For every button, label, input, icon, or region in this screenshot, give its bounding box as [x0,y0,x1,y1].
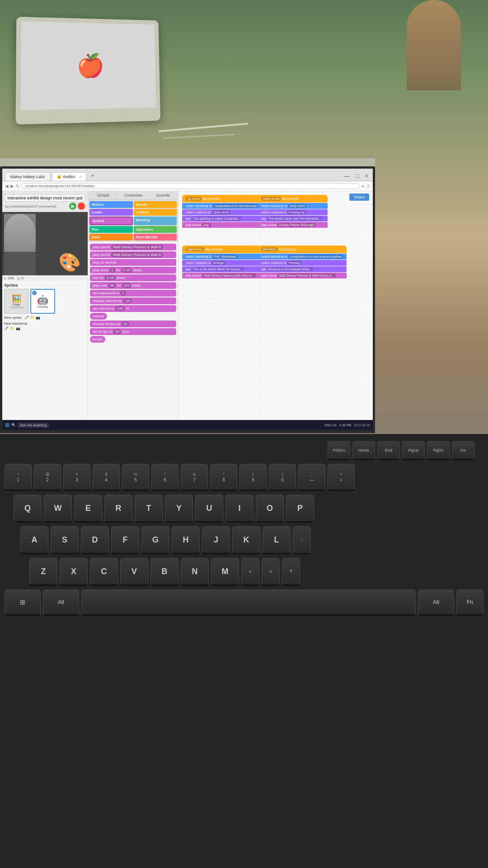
block-volume-reporter[interactable]: volume [90,313,107,320]
key-q[interactable]: Q [14,495,42,523]
key-t[interactable]: T [135,495,163,523]
key-ins[interactable]: Ins [452,441,474,460]
green-flag-btn[interactable]: ▶ [69,203,76,210]
stage-sprite[interactable]: 🖼️ Stage 3 backdrops [4,289,29,314]
key-o[interactable]: O [256,495,284,523]
minimize-btn[interactable]: — [342,172,352,179]
block-switch-costume-3[interactable]: switch costume to Whisper [182,260,260,266]
tab-scripts[interactable]: Scripts [88,191,118,199]
key-h[interactable]: H [172,526,200,554]
block-stop-sounds[interactable]: stop all sounds [90,259,176,266]
key-alt-right[interactable]: Alt [418,590,454,616]
new-tab-btn[interactable]: + [88,171,97,181]
hat-left-arrow[interactable]: left arrow key pressed [258,245,347,253]
key-plus[interactable]: += [328,464,355,491]
key-n[interactable]: N [181,558,209,586]
cat-sound[interactable]: Sound [89,217,133,225]
key-z[interactable]: Z [29,558,57,586]
cat-motion[interactable]: Motion [89,201,133,208]
key-i[interactable]: I [225,495,253,523]
block-play-sound-stack2[interactable]: play sound Disney Tribute 2015.mp3 [258,222,328,228]
stop-btn[interactable] [78,203,85,210]
tab-sounds[interactable]: Sounds [148,191,178,199]
back-btn[interactable]: ◀ [5,184,9,189]
block-play-sound-2[interactable]: play sound Walt Disney Pictures & Walt D [90,251,176,258]
block-switch-backdrop-4[interactable]: switch backdrop to composition-II-in-red… [258,254,347,259]
backdrop-camera-icon[interactable]: 📷 [16,326,20,330]
block-change-volume[interactable]: change volume by -10 [90,297,176,304]
block-set-instrument[interactable]: set instrument to 1 [90,290,176,297]
block-play-sound-1[interactable]: play sound Walt Disney Pictures & Walt D [90,244,176,250]
cat-more[interactable]: More Blocks [134,234,177,241]
key-l[interactable]: L [263,526,291,554]
key-c[interactable]: C [90,558,118,586]
cat-data[interactable]: Data [89,234,133,241]
key-m[interactable]: M [211,558,239,586]
menu-icon[interactable]: ☰ [366,184,370,189]
scripts-workspace[interactable]: up arrow key pressed switch backdrop to … [178,191,373,430]
key-pgup[interactable]: PgUp [402,441,425,460]
key-p[interactable]: P [286,495,314,523]
key-r[interactable]: R [104,495,132,523]
key-end[interactable]: End [377,441,400,460]
block-change-tempo[interactable]: change tempo by 20 [90,321,176,327]
search-label[interactable]: Ask me anything [18,423,49,428]
cat-looks[interactable]: Looks [89,209,133,216]
key-j[interactable]: J [202,526,230,554]
cat-pen[interactable]: Pen [89,226,133,233]
block-say-3[interactable]: say This is the artist! When he moved... [182,266,260,272]
key-lt[interactable]: < [241,558,259,586]
share-btn[interactable]: Share [349,193,369,201]
cat-sensing[interactable]: Sensing [134,217,177,225]
key-x[interactable]: X [60,558,88,586]
cat-control[interactable]: Control [134,209,177,216]
key-excl[interactable]: !1 [5,464,32,491]
close-btn[interactable]: × [363,172,370,179]
maximize-btn[interactable]: □ [353,172,361,179]
block-say-2[interactable]: say The artists name was Piet Mondrian..… [258,216,328,222]
key-pgdn[interactable]: PgDn [427,441,450,460]
block-rest[interactable]: rest for 0.25 beats [90,274,176,281]
search-btn[interactable]: 🔍 [11,423,16,427]
key-rparen[interactable]: )0 [269,464,296,491]
key-space[interactable] [81,590,416,616]
hat-down-arrow[interactable]: down arrow key pressed [258,195,328,203]
sprite-file-icon[interactable]: 📁 [30,316,34,320]
key-colon[interactable]: : [293,526,311,554]
key-alt-left[interactable]: Alt [43,590,79,616]
block-switch-backdrop-2[interactable]: switch backdrop to Early Work [258,203,328,209]
refresh-btn[interactable]: ↻ [16,184,19,189]
key-g[interactable]: G [141,526,169,554]
block-switch-costume-4[interactable]: switch costume to Pointing [258,260,347,266]
key-e[interactable]: E [74,495,102,523]
key-v[interactable]: V [120,558,148,586]
sneaky-sprite[interactable]: i 🤖 Sneaky [30,289,55,314]
key-dollar[interactable]: $4 [93,464,120,491]
key-caret[interactable]: ^6 [151,464,178,491]
browser-tab-1[interactable]: Makey Makey Labz [5,172,50,181]
key-lparen[interactable]: (9 [239,464,267,491]
key-win[interactable]: ⊞ [5,590,41,616]
block-set-volume[interactable]: set volume to 100 % [90,305,176,312]
key-s[interactable]: S [51,526,79,554]
backdrop-paint-icon[interactable]: 🖌️ [4,326,9,330]
key-y[interactable]: Y [165,495,193,523]
key-question[interactable]: ? [282,558,300,586]
key-prtscn[interactable]: PrtScn [328,441,350,460]
key-w[interactable]: W [44,495,72,523]
hat-right-arrow[interactable]: right arrow key pressed [182,245,260,253]
block-say-4[interactable]: say Because a lot of people think... [258,266,347,272]
key-star[interactable]: *8 [210,464,237,491]
block-play-sound-stack3[interactable]: play sound Walt Disney Classics (with ve… [182,273,260,278]
cat-operators[interactable]: Operators [134,226,177,233]
sprite-paint-icon[interactable]: 🖌️ [24,316,29,320]
key-home[interactable]: Home [352,441,375,460]
key-minus[interactable]: _— [298,464,325,491]
key-k[interactable]: K [232,526,260,554]
key-hash[interactable]: #3 [63,464,90,491]
key-u[interactable]: U [195,495,223,523]
block-switch-costume-2[interactable]: switch costume to Pointing Up [258,209,328,215]
block-set-tempo[interactable]: set tempo to 60 bpm [90,328,176,335]
start-btn[interactable]: ⊞ [5,422,9,428]
key-b[interactable]: B [150,558,178,586]
